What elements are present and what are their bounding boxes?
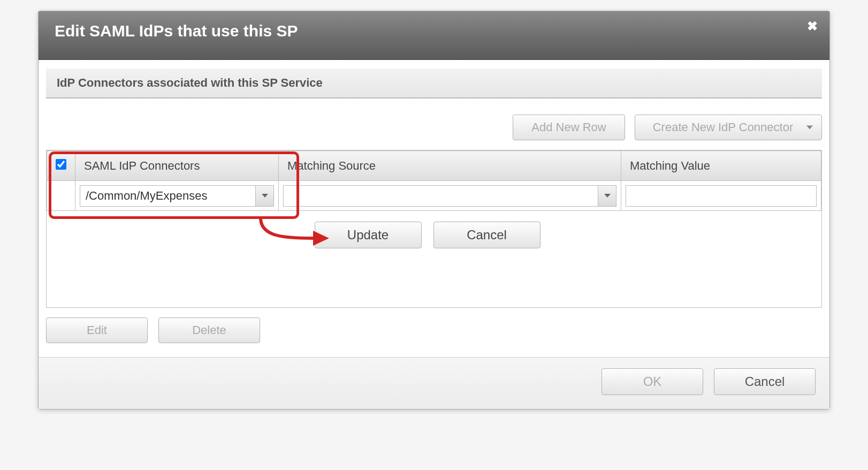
create-new-idp-connector-label: Create New IdP Connector [653,120,794,134]
create-new-idp-connector-button[interactable]: Create New IdP Connector [635,115,822,140]
update-button[interactable]: Update [315,222,422,248]
inline-action-row: Update Cancel [47,211,821,260]
delete-button[interactable]: Delete [158,317,260,343]
row-checkbox-cell [47,181,75,211]
column-header-connectors[interactable]: SAML IdP Connectors [75,151,279,181]
chevron-down-icon[interactable] [598,186,616,206]
ok-button[interactable]: OK [601,368,703,395]
column-header-matching-value[interactable]: Matching Value [621,151,821,181]
spacer-row [47,259,821,307]
footer-cancel-button[interactable]: Cancel [714,368,816,395]
edit-button[interactable]: Edit [46,317,148,343]
dialog-header: Edit SAML IdPs that use this SP ✖ [39,11,829,60]
idp-connectors-table: SAML IdP Connectors Matching Source Matc… [47,150,821,307]
select-all-checkbox[interactable] [56,159,66,170]
table-row: /Common/MyExpenses [47,181,821,211]
cancel-button[interactable]: Cancel [433,222,540,248]
chevron-down-icon[interactable] [255,186,273,206]
matching-source-select[interactable] [283,185,616,207]
matching-value-input[interactable] [626,185,817,207]
saml-idp-connector-value: /Common/MyExpenses [80,189,255,203]
table-actions: Edit Delete [39,308,829,357]
saml-idp-connector-select[interactable]: /Common/MyExpenses [80,185,274,207]
toolbar: Add New Row Create New IdP Connector [39,98,829,150]
section-title: IdP Connectors associated with this SP S… [46,69,822,98]
edit-saml-idps-dialog: Edit SAML IdPs that use this SP ✖ IdP Co… [38,11,830,410]
dialog-title: Edit SAML IdPs that use this SP [55,22,813,40]
add-new-row-button[interactable]: Add New Row [513,115,625,140]
column-header-matching-source[interactable]: Matching Source [279,151,621,181]
select-all-header [47,151,75,181]
dialog-body: IdP Connectors associated with this SP S… [39,69,829,357]
idp-connectors-table-container: SAML IdP Connectors Matching Source Matc… [46,150,822,308]
dialog-footer: OK Cancel [39,357,829,409]
close-icon[interactable]: ✖ [807,19,818,34]
